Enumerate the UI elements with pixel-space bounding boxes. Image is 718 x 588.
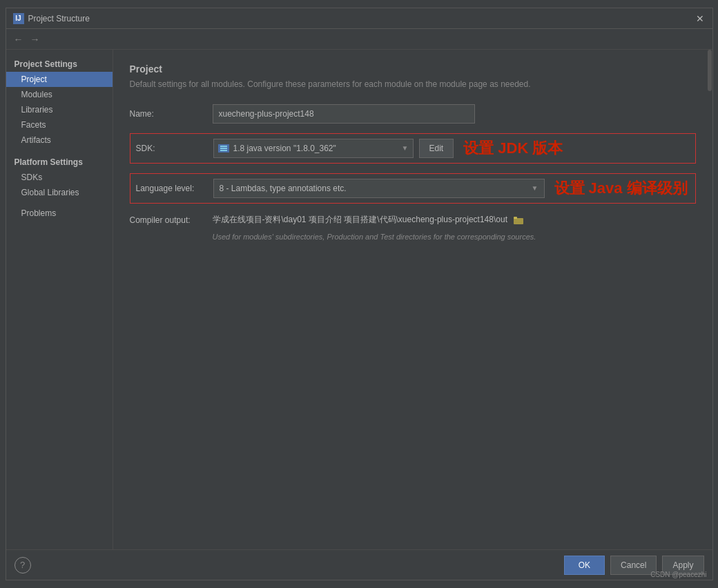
titlebar: IJ Project Structure ✕ <box>6 8 712 29</box>
platform-settings-label: Platform Settings <box>6 155 113 170</box>
sdk-edit-button[interactable]: Edit <box>419 139 454 158</box>
compiler-note: Used for modules' subdirectories, Produc… <box>213 233 696 241</box>
language-annotation: 设置 Java 编译级别 <box>554 178 688 199</box>
titlebar-left: IJ Project Structure <box>13 13 90 24</box>
sidebar-item-facets[interactable]: Facets <box>6 117 113 133</box>
sidebar-item-problems[interactable]: Problems <box>6 206 113 221</box>
language-select[interactable]: 8 - Lambdas, type annotations etc. ▼ <box>213 179 545 198</box>
sidebar-item-global-libraries[interactable]: Global Libraries <box>6 185 113 200</box>
sidebar-divider2 <box>6 200 113 206</box>
language-dropdown-arrow: ▼ <box>532 184 538 192</box>
watermark: CSDN @peacezhi <box>650 571 706 578</box>
compiler-output-row: Compiler output: 学成在线项目-资料\day01 项目介绍 项目… <box>130 213 696 227</box>
main-content-area: Project Settings Project Modules Librari… <box>6 50 712 549</box>
toolbar: ← → <box>6 29 712 50</box>
language-level-row: Language level: 8 - Lambdas, type annota… <box>130 173 696 204</box>
sdk-icon <box>218 144 229 153</box>
forward-button[interactable]: → <box>28 32 42 46</box>
sdk-select[interactable]: 1.8 java version "1.8.0_362" ▼ <box>213 139 414 158</box>
sidebar-item-modules[interactable]: Modules <box>6 87 113 102</box>
bottom-left: ? <box>14 557 31 574</box>
compiler-label: Compiler output: <box>130 215 213 225</box>
svg-rect-2 <box>220 150 227 151</box>
scrollbar-track[interactable] <box>707 50 712 549</box>
bottom-bar: ? OK Cancel Apply <box>6 549 712 580</box>
close-button[interactable]: ✕ <box>695 13 706 24</box>
section-title: Project <box>130 63 696 75</box>
sidebar-item-artifacts[interactable]: Artifacts <box>6 133 113 148</box>
compiler-path-container: 学成在线项目-资料\day01 项目介绍 项目搭建\代码\xuecheng-pl… <box>213 213 525 227</box>
svg-rect-4 <box>514 217 517 219</box>
sdk-label: SDK: <box>136 144 213 153</box>
main-panel: Project Default settings for all modules… <box>113 50 712 549</box>
sidebar: Project Settings Project Modules Librari… <box>6 50 113 549</box>
svg-rect-1 <box>220 148 227 149</box>
sidebar-item-project[interactable]: Project <box>6 72 113 87</box>
sidebar-divider <box>6 148 113 153</box>
compiler-folder-button[interactable] <box>512 213 525 227</box>
language-label: Language level: <box>136 184 213 193</box>
ok-button[interactable]: OK <box>564 556 605 575</box>
sdk-row: SDK: 1.8 java version "1.8.0_362" ▼ Edit… <box>130 133 696 164</box>
project-settings-label: Project Settings <box>6 57 113 72</box>
sdk-dropdown-arrow: ▼ <box>402 144 409 152</box>
section-desc: Default settings for all modules. Config… <box>130 79 696 90</box>
svg-rect-3 <box>514 218 523 224</box>
compiler-path-text: 学成在线项目-资料\day01 项目介绍 项目搭建\代码\xuecheng-pl… <box>213 214 507 226</box>
dialog-title: Project Structure <box>28 14 90 23</box>
name-row: Name: <box>130 104 696 124</box>
sdk-annotation: 设置 JDK 版本 <box>463 138 563 159</box>
name-input[interactable] <box>213 104 475 124</box>
name-label: Name: <box>130 109 213 119</box>
sidebar-item-sdks[interactable]: SDKs <box>6 170 113 185</box>
language-value: 8 - Lambdas, type annotations etc. <box>220 184 347 193</box>
sidebar-item-libraries[interactable]: Libraries <box>6 102 113 117</box>
svg-rect-0 <box>220 146 227 147</box>
app-icon: IJ <box>13 13 24 24</box>
sdk-value: 1.8 java version "1.8.0_362" <box>233 144 398 153</box>
project-structure-dialog: IJ Project Structure ✕ ← → Project Setti… <box>6 8 713 580</box>
scrollbar-thumb[interactable] <box>708 50 712 91</box>
back-button[interactable]: ← <box>12 32 26 46</box>
help-button[interactable]: ? <box>14 557 31 574</box>
